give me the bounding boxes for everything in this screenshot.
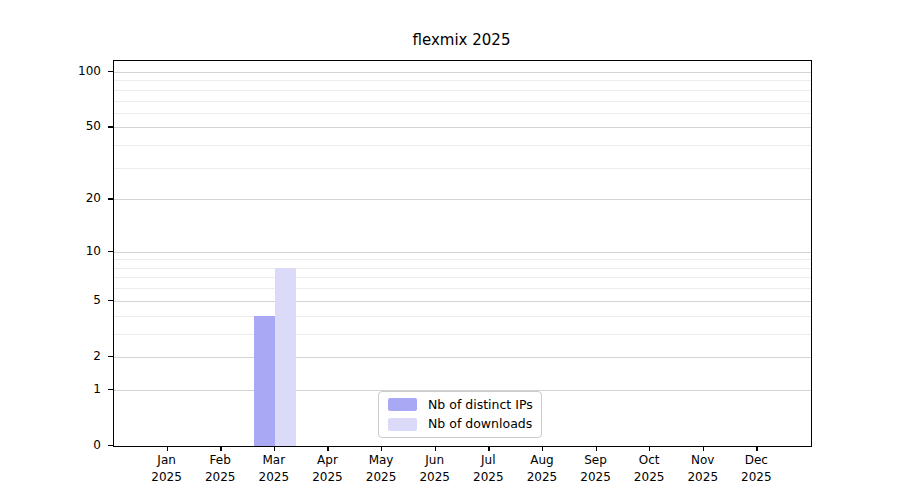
y-tick-label-20: 20: [86, 190, 101, 206]
plot-area: [113, 60, 812, 447]
y-tick-label-2: 2: [93, 348, 101, 364]
bar-nb-of-distinct-ips-mar: [254, 316, 275, 446]
y-tick-label-50: 50: [86, 118, 101, 134]
y-tick-label-0: 0: [93, 437, 101, 453]
y-tick-mark-10: [108, 251, 113, 252]
legend-item-distinct-ips: Nb of distinct IPs: [388, 398, 532, 412]
y-tick-label-10: 10: [86, 243, 101, 259]
x-tick-mark-jan: [167, 446, 168, 451]
y-tick-mark-50: [108, 126, 113, 127]
major-gridline-20: [114, 199, 811, 200]
y-tick-mark-0: [108, 445, 113, 446]
legend-swatch-distinct-ips: [388, 398, 417, 411]
x-tick-mark-jun: [435, 446, 436, 451]
major-gridline-100: [114, 72, 811, 73]
x-tick-mark-nov: [703, 446, 704, 451]
minor-gridline-9: [114, 259, 811, 260]
minor-gridline-80: [114, 90, 811, 91]
x-tick-mark-aug: [542, 446, 543, 451]
chart-figure: flexmix 2025 Nb of distinct IPs Nb of do…: [0, 0, 900, 500]
minor-gridline-70: [114, 101, 811, 102]
minor-gridline-90: [114, 80, 811, 81]
y-tick-mark-2: [108, 356, 113, 357]
y-tick-label-1: 1: [93, 381, 101, 397]
x-tick-mark-apr: [327, 446, 328, 451]
legend-swatch-downloads: [388, 418, 417, 431]
x-tick-mark-feb: [220, 446, 221, 451]
minor-gridline-60: [114, 113, 811, 114]
x-tick-mark-jul: [488, 446, 489, 451]
legend-label-distinct-ips: Nb of distinct IPs: [428, 398, 533, 412]
x-tick-mark-may: [381, 446, 382, 451]
y-tick-mark-1: [108, 389, 113, 390]
x-tick-label-dec: Dec 2025: [716, 452, 796, 485]
x-tick-mark-mar: [274, 446, 275, 451]
minor-gridline-40: [114, 145, 811, 146]
legend: Nb of distinct IPs Nb of downloads: [378, 391, 542, 438]
major-gridline-50: [114, 127, 811, 128]
minor-gridline-7: [114, 277, 811, 278]
minor-gridline-8: [114, 268, 811, 269]
major-gridline-5: [114, 301, 811, 302]
minor-gridline-30: [114, 168, 811, 169]
minor-gridline-6: [114, 288, 811, 289]
y-tick-mark-5: [108, 300, 113, 301]
bar-nb-of-downloads-mar: [275, 268, 296, 446]
y-tick-mark-100: [108, 71, 113, 72]
legend-label-downloads: Nb of downloads: [428, 417, 532, 431]
legend-item-downloads: Nb of downloads: [388, 417, 532, 431]
major-gridline-10: [114, 252, 811, 253]
chart-title: flexmix 2025: [113, 31, 810, 49]
y-tick-label-100: 100: [78, 63, 101, 79]
y-tick-mark-20: [108, 198, 113, 199]
y-tick-label-5: 5: [93, 292, 101, 308]
x-tick-mark-oct: [649, 446, 650, 451]
minor-gridline-4: [114, 316, 811, 317]
x-tick-mark-dec: [756, 446, 757, 451]
x-tick-mark-sep: [596, 446, 597, 451]
major-gridline-2: [114, 357, 811, 358]
minor-gridline-3: [114, 334, 811, 335]
